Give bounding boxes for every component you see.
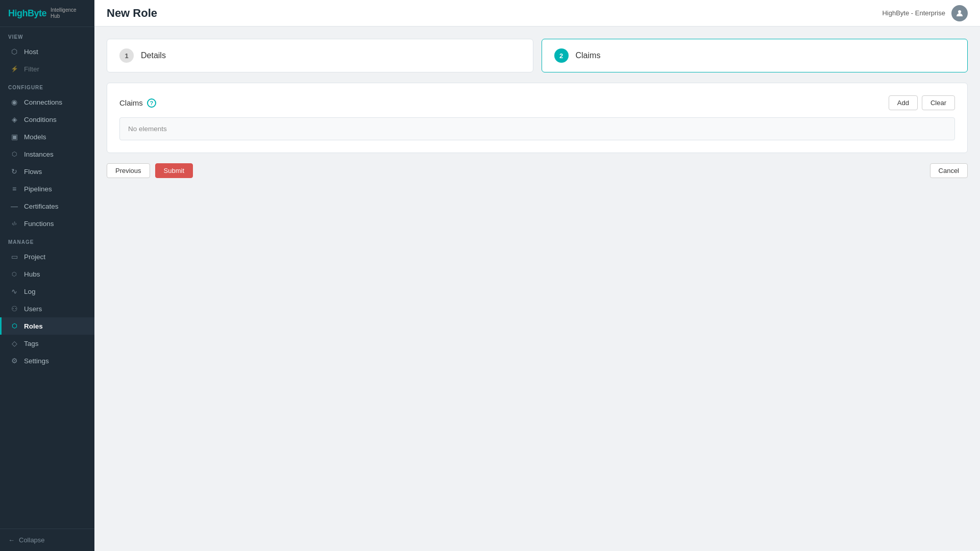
step-tab-details[interactable]: 1 Details	[107, 39, 533, 72]
user-info-label: HighByte - Enterprise	[882, 9, 945, 17]
previous-button[interactable]: Previous	[107, 163, 150, 178]
configure-section-label: CONFIGURE	[0, 78, 94, 93]
tags-icon	[10, 339, 19, 348]
conditions-icon	[10, 115, 19, 124]
sidebar-item-label: Functions	[24, 220, 54, 228]
sidebar-item-models[interactable]: Models	[0, 128, 94, 145]
sidebar-logo: HighByte IntelligenceHub	[0, 0, 94, 27]
flows-icon	[10, 167, 19, 176]
sidebar-item-label: Instances	[24, 151, 54, 158]
users-icon	[10, 304, 19, 313]
claims-form-panel: Claims ? Add Clear No elements	[107, 83, 968, 153]
sidebar-item-users[interactable]: Users	[0, 300, 94, 317]
functions-icon	[10, 219, 19, 228]
manage-section-label: MANAGE	[0, 232, 94, 248]
sidebar-item-label: Connections	[24, 98, 62, 106]
sidebar-item-label: Flows	[24, 168, 42, 176]
sidebar-item-label: Tags	[24, 340, 39, 347]
sidebar-item-settings[interactable]: Settings	[0, 352, 94, 369]
step-label-details: Details	[141, 51, 166, 60]
sidebar-item-label: Users	[24, 305, 42, 313]
content-area: 1 Details 2 Claims Claims ? Add Clear No…	[94, 27, 980, 551]
sidebar-item-label: Hubs	[24, 270, 40, 278]
sidebar-item-instances[interactable]: Instances	[0, 145, 94, 163]
log-icon	[10, 287, 19, 296]
form-actions-left: Previous Submit	[107, 163, 193, 178]
view-section-label: VIEW	[0, 27, 94, 43]
step-tabs: 1 Details 2 Claims	[107, 39, 968, 72]
sidebar-item-label: Log	[24, 288, 36, 295]
connections-icon	[10, 97, 19, 107]
sidebar-item-log[interactable]: Log	[0, 283, 94, 300]
sidebar-item-hubs[interactable]: Hubs	[0, 265, 94, 283]
claims-label-row: Claims ?	[119, 98, 156, 108]
main-content: New Role HighByte - Enterprise 1 Details…	[94, 0, 980, 551]
sidebar-item-host[interactable]: Host	[0, 43, 94, 60]
cancel-button[interactable]: Cancel	[930, 163, 968, 178]
filter-icon	[10, 64, 19, 73]
sidebar-item-label: Certificates	[24, 203, 59, 210]
roles-icon	[10, 321, 19, 331]
models-icon	[10, 132, 19, 141]
page-title: New Role	[107, 7, 157, 20]
step-number-2: 2	[554, 48, 569, 63]
sidebar-item-certificates[interactable]: Certificates	[0, 197, 94, 215]
step-tab-claims[interactable]: 2 Claims	[542, 39, 968, 72]
submit-button[interactable]: Submit	[155, 163, 193, 178]
host-icon	[10, 47, 19, 56]
sidebar-item-conditions[interactable]: Conditions	[0, 111, 94, 128]
sidebar-item-label: Conditions	[24, 116, 57, 123]
add-claim-button[interactable]: Add	[889, 95, 918, 110]
sidebar-item-pipelines[interactable]: Pipelines	[0, 180, 94, 197]
form-actions: Previous Submit Cancel	[107, 163, 968, 178]
sidebar-item-label: Settings	[24, 357, 49, 365]
sidebar-item-label: Roles	[24, 322, 43, 330]
sidebar-item-label: Host	[24, 48, 38, 56]
svg-point-0	[958, 10, 961, 13]
sidebar-item-roles[interactable]: Roles	[0, 317, 94, 335]
sidebar-item-label: Project	[24, 253, 45, 261]
logo-highbyte: HighByte	[8, 8, 46, 18]
step-number-1: 1	[119, 48, 134, 63]
collapse-label: Collapse	[19, 536, 45, 544]
step-label-claims: Claims	[576, 51, 601, 60]
sidebar-item-label: Pipelines	[24, 185, 52, 193]
logo-hub: IntelligenceHub	[51, 7, 77, 19]
clear-claims-button[interactable]: Clear	[922, 95, 955, 110]
pipelines-icon	[10, 184, 19, 193]
claims-header: Claims ? Add Clear	[119, 95, 955, 110]
project-icon	[10, 252, 19, 261]
hubs-icon	[10, 269, 19, 279]
user-avatar[interactable]	[951, 5, 968, 21]
sidebar-item-connections[interactable]: Connections	[0, 93, 94, 111]
topbar: New Role HighByte - Enterprise	[94, 0, 980, 27]
sidebar-item-tags[interactable]: Tags	[0, 335, 94, 352]
sidebar-item-project[interactable]: Project	[0, 248, 94, 265]
sidebar-item-filter[interactable]: Filter	[0, 60, 94, 78]
claims-actions: Add Clear	[889, 95, 955, 110]
certificates-icon	[10, 202, 19, 211]
sidebar: HighByte IntelligenceHub VIEW Host Filte…	[0, 0, 94, 551]
collapse-button[interactable]: Collapse	[0, 529, 94, 551]
claims-label: Claims	[119, 98, 143, 107]
topbar-right: HighByte - Enterprise	[882, 5, 968, 21]
sidebar-item-flows[interactable]: Flows	[0, 163, 94, 180]
claims-help-icon[interactable]: ?	[147, 98, 156, 108]
instances-icon	[10, 149, 19, 159]
settings-icon	[10, 356, 19, 365]
collapse-icon	[8, 536, 15, 544]
sidebar-item-functions[interactable]: Functions	[0, 215, 94, 232]
no-elements-message: No elements	[119, 117, 955, 140]
sidebar-item-label: Models	[24, 133, 46, 141]
sidebar-item-label: Filter	[24, 65, 39, 73]
